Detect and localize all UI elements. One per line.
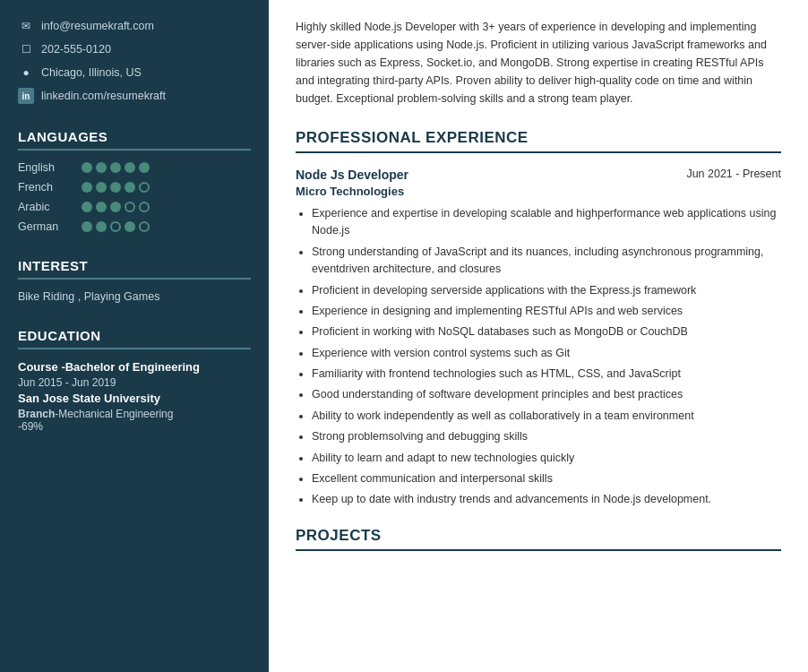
dot-empty — [125, 202, 135, 212]
job-title: Node Js Developer — [296, 168, 408, 182]
job-header: Node Js Developer Jun 2021 - Present — [296, 168, 781, 182]
dot — [96, 202, 107, 212]
contact-email: ✉ info@resumekraft.com — [18, 18, 251, 34]
job-entry: Node Js Developer Jun 2021 - Present Mic… — [296, 168, 781, 509]
education-course: Course -Bachelor of Engineering — [18, 360, 251, 374]
bullet-item: Ability to learn and adapt to new techno… — [312, 450, 781, 467]
education-university: San Jose State University — [18, 392, 251, 405]
job-company: Micro Technologies — [296, 185, 781, 198]
projects-section-title: PROJECTS — [296, 527, 781, 551]
bullet-item: Proficient in working with NoSQL databas… — [312, 323, 781, 340]
dot-empty — [139, 221, 150, 232]
dot — [82, 182, 92, 193]
education-branch: Branch-Mechanical Engineering -69% — [18, 408, 251, 433]
dot — [125, 182, 135, 193]
lang-english-label: English — [18, 161, 76, 174]
bullet-item: Ability to work independently as well as… — [312, 408, 781, 425]
bullet-item: Experience in designing and implementing… — [312, 303, 781, 320]
interest-title: INTEREST — [18, 258, 251, 280]
dot — [96, 182, 107, 193]
languages-section: LANGUAGES English French Arabic — [18, 129, 251, 233]
lang-german-dots — [82, 221, 150, 232]
contact-phone: ☐ 202-555-0120 — [18, 41, 251, 57]
branch-label: Branch — [18, 408, 55, 420]
projects-section: PROJECTS — [296, 527, 781, 551]
summary-text: Highly skilled Node.js Developer with 3+… — [296, 18, 781, 108]
bullet-item: Keep up to date with industry trends and… — [312, 491, 781, 508]
dot — [110, 162, 121, 173]
main-content: Highly skilled Node.js Developer with 3+… — [269, 0, 808, 672]
dot — [125, 162, 135, 173]
dot — [110, 202, 121, 212]
dot — [82, 221, 92, 232]
phone-icon: ☐ — [18, 41, 34, 57]
bullet-item: Excellent communication and interpersona… — [312, 470, 781, 487]
bullet-item: Familiarity with frontend technologies s… — [312, 366, 781, 383]
education-title: EDUCATION — [18, 328, 251, 349]
location-icon: ● — [18, 65, 34, 81]
sidebar: ✉ info@resumekraft.com ☐ 202-555-0120 ● … — [0, 0, 269, 672]
bullet-item: Proficient in developing serverside appl… — [312, 282, 781, 299]
dot-empty — [110, 221, 121, 232]
dot — [96, 221, 107, 232]
lang-arabic: Arabic — [18, 201, 251, 213]
lang-english-dots — [82, 162, 150, 173]
bullet-item: Experience with version control systems … — [312, 345, 781, 362]
education-section: EDUCATION Course -Bachelor of Engineerin… — [18, 328, 251, 433]
dot-empty — [139, 182, 150, 193]
bullet-item: Strong understanding of JavaScript and i… — [312, 244, 781, 279]
email-icon: ✉ — [18, 18, 34, 34]
lang-french: French — [18, 181, 251, 194]
experience-section-title: PROFESSIONAL EXPERIENCE — [296, 129, 781, 153]
dot-empty — [139, 202, 150, 212]
education-grade: -69% — [18, 420, 43, 433]
contact-location: ● Chicago, Illinois, US — [18, 65, 251, 81]
lang-german: German — [18, 220, 251, 233]
linkedin-icon: in — [18, 88, 34, 104]
dot — [82, 202, 92, 212]
job-bullets: Experience and expertise in developing s… — [296, 205, 781, 509]
lang-arabic-label: Arabic — [18, 201, 76, 213]
contact-section: ✉ info@resumekraft.com ☐ 202-555-0120 ● … — [18, 18, 251, 104]
lang-french-dots — [82, 182, 150, 193]
interest-section: INTEREST Bike Riding , Playing Games — [18, 258, 251, 303]
lang-english: English — [18, 161, 251, 174]
dot — [82, 162, 92, 173]
dot — [110, 182, 121, 193]
bullet-item: Experience and expertise in developing s… — [312, 205, 781, 240]
experience-section: PROFESSIONAL EXPERIENCE Node Js Develope… — [296, 129, 781, 509]
job-dates: Jun 2021 - Present — [686, 168, 781, 180]
contact-linkedin: in linkedin.com/resumekraft — [18, 88, 251, 104]
lang-french-label: French — [18, 181, 76, 194]
interest-text: Bike Riding , Playing Games — [18, 290, 251, 303]
education-dates: Jun 2015 - Jun 2019 — [18, 376, 251, 389]
branch-value: -Mechanical Engineering — [55, 408, 173, 420]
dot — [125, 221, 135, 232]
languages-title: LANGUAGES — [18, 129, 251, 151]
bullet-item: Good understanding of software developme… — [312, 386, 781, 403]
bullet-item: Strong problemsolving and debugging skil… — [312, 428, 781, 445]
lang-german-label: German — [18, 220, 76, 233]
dot — [96, 162, 107, 173]
dot — [139, 162, 150, 173]
lang-arabic-dots — [82, 202, 150, 212]
